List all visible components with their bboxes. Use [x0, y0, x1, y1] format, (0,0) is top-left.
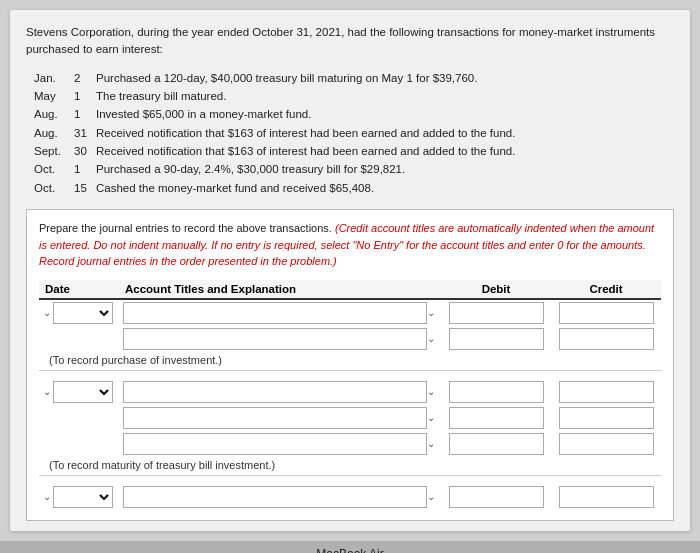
chevron-down-icon: ⌄ [427, 386, 435, 397]
transaction-row: Aug. 1 Invested $65,000 in a money-marke… [34, 105, 674, 123]
chevron-icon: ⌄ [43, 491, 51, 502]
transaction-row: Oct. 1 Purchased a 90-day, 2.4%, $30,000… [34, 160, 674, 178]
t-month: Aug. [34, 124, 74, 142]
t-day: 2 [74, 69, 96, 87]
t-desc: The treasury bill matured. [96, 87, 674, 105]
debit-input[interactable] [449, 486, 544, 508]
credit-input[interactable] [559, 328, 654, 350]
debit-input[interactable] [449, 328, 544, 350]
note-text: (To record maturity of treasury bill inv… [39, 457, 661, 476]
credit-input[interactable] [559, 302, 654, 324]
credit-input[interactable] [559, 381, 654, 403]
note-text: (To record purchase of investment.) [39, 352, 661, 371]
journal-section: Prepare the journal entries to record th… [26, 209, 674, 521]
t-desc: Purchased a 120-day, $40,000 treasury bi… [96, 69, 674, 87]
intro-text: Stevens Corporation, during the year end… [26, 26, 655, 55]
chevron-down-icon: ⌄ [427, 491, 435, 502]
t-day: 30 [74, 142, 96, 160]
t-desc: Received notification that $163 of inter… [96, 142, 674, 160]
date-select[interactable] [53, 381, 113, 403]
account-input[interactable] [123, 328, 427, 350]
table-row: ⌄ [39, 405, 661, 431]
transaction-row: Oct. 15 Cashed the money-market fund and… [34, 179, 674, 197]
t-desc: Cashed the money-market fund and receive… [96, 179, 674, 197]
intro-paragraph: Stevens Corporation, during the year end… [26, 24, 674, 59]
t-desc: Purchased a 90-day, 2.4%, $30,000 treasu… [96, 160, 674, 178]
chevron-icon: ⌄ [43, 307, 51, 318]
transaction-row: Aug. 31 Received notification that $163 … [34, 124, 674, 142]
t-month: Jan. [34, 69, 74, 87]
account-input[interactable] [123, 381, 427, 403]
credit-input[interactable] [559, 433, 654, 455]
table-row: ⌄⌄ [39, 484, 661, 510]
transaction-row: Jan. 2 Purchased a 120-day, $40,000 trea… [34, 69, 674, 87]
transaction-row: May 1 The treasury bill matured. [34, 87, 674, 105]
instruction-main: Prepare the journal entries to record th… [39, 222, 332, 234]
credit-input[interactable] [559, 407, 654, 429]
debit-input[interactable] [449, 407, 544, 429]
instruction-text: Prepare the journal entries to record th… [39, 220, 661, 270]
t-day: 31 [74, 124, 96, 142]
account-input[interactable] [123, 407, 427, 429]
transaction-list: Jan. 2 Purchased a 120-day, $40,000 trea… [34, 69, 674, 198]
chevron-down-icon: ⌄ [427, 412, 435, 423]
footer-label: MacBook Air [316, 547, 383, 553]
debit-input[interactable] [449, 302, 544, 324]
t-month: Aug. [34, 105, 74, 123]
account-input[interactable] [123, 433, 427, 455]
account-input[interactable] [123, 486, 427, 508]
date-select[interactable] [53, 486, 113, 508]
debit-input[interactable] [449, 381, 544, 403]
t-month: Sept. [34, 142, 74, 160]
table-row: ⌄⌄ [39, 379, 661, 405]
t-day: 15 [74, 179, 96, 197]
note-row: (To record maturity of treasury bill inv… [39, 457, 661, 476]
t-month: May [34, 87, 74, 105]
chevron-icon: ⌄ [43, 386, 51, 397]
col-header-debit: Debit [441, 280, 551, 299]
credit-input[interactable] [559, 486, 654, 508]
t-month: Oct. [34, 160, 74, 178]
table-row: ⌄⌄ [39, 299, 661, 326]
t-day: 1 [74, 160, 96, 178]
col-header-credit: Credit [551, 280, 661, 299]
table-row: ⌄ [39, 326, 661, 352]
t-day: 1 [74, 87, 96, 105]
col-header-date: Date [39, 280, 119, 299]
date-select[interactable] [53, 302, 113, 324]
journal-table: Date Account Titles and Explanation Debi… [39, 280, 661, 510]
t-desc: Invested $65,000 in a money-market fund. [96, 105, 674, 123]
chevron-down-icon: ⌄ [427, 438, 435, 449]
t-day: 1 [74, 105, 96, 123]
chevron-down-icon: ⌄ [427, 307, 435, 318]
debit-input[interactable] [449, 433, 544, 455]
t-month: Oct. [34, 179, 74, 197]
note-row: (To record purchase of investment.) [39, 352, 661, 371]
transaction-row: Sept. 30 Received notification that $163… [34, 142, 674, 160]
table-row: ⌄ [39, 431, 661, 457]
footer-bar: MacBook Air [0, 541, 700, 553]
account-input[interactable] [123, 302, 427, 324]
col-header-account: Account Titles and Explanation [119, 280, 441, 299]
chevron-down-icon: ⌄ [427, 333, 435, 344]
t-desc: Received notification that $163 of inter… [96, 124, 674, 142]
